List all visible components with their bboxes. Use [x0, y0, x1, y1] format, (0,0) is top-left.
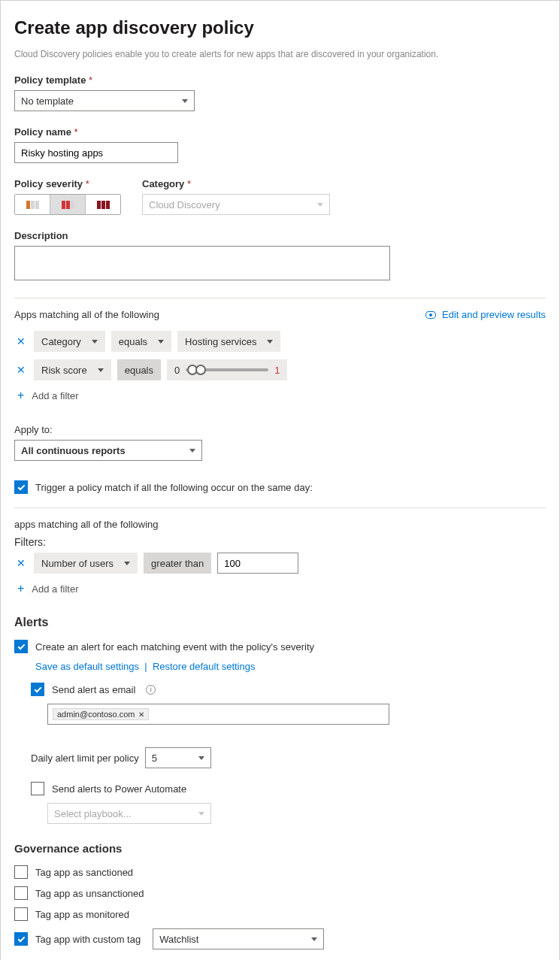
send-email-text: Send alert as email	[52, 684, 135, 695]
filters-label: Filters:	[14, 536, 546, 548]
power-automate-checkbox[interactable]	[31, 782, 44, 795]
daily-limit-label: Daily alert limit per policy	[31, 753, 139, 764]
filter-value-input[interactable]	[217, 553, 298, 574]
governance-heading: Governance actions	[14, 842, 546, 855]
playbook-placeholder: Select playbook...	[54, 808, 132, 819]
filter-field-dropdown[interactable]: Risk score	[34, 359, 111, 380]
apps-matching2-title: apps matching all of the following	[14, 519, 546, 530]
custom-tag-dropdown[interactable]: Watchlist	[153, 928, 324, 949]
severity-low[interactable]	[15, 195, 50, 214]
preview-link-text: Edit and preview results	[442, 309, 546, 320]
filter-field-text: Number of users	[41, 558, 114, 569]
eye-icon	[425, 311, 436, 319]
email-recipients-input[interactable]: admin@contoso.com ✕	[47, 704, 389, 725]
apply-to-dropdown[interactable]: All continuous reports	[14, 440, 202, 461]
slider-thumb[interactable]	[195, 365, 206, 375]
chevron-down-icon	[267, 340, 273, 344]
remove-filter-icon[interactable]: ✕	[14, 364, 28, 376]
filter-op-dropdown[interactable]: equals	[111, 331, 171, 352]
power-automate-text: Send alerts to Power Automate	[52, 783, 186, 795]
severity-selector	[14, 194, 121, 215]
divider	[14, 298, 546, 298]
custom-tag-value: Watchlist	[159, 934, 198, 945]
alerts-heading: Alerts	[14, 616, 546, 629]
description-input[interactable]	[14, 246, 390, 280]
tag-sanctioned-text: Tag app as sanctioned	[35, 867, 133, 878]
tag-sanctioned-checkbox[interactable]	[14, 865, 28, 879]
chevron-down-icon	[198, 812, 204, 816]
required-marker: *	[86, 178, 89, 189]
daily-limit-dropdown[interactable]: 5	[145, 747, 211, 768]
add-filter-text: Add a filter	[32, 583, 78, 595]
trigger-text: Trigger a policy match if all the follow…	[35, 482, 313, 493]
add-filter-button[interactable]: + Add a filter	[17, 583, 546, 595]
category-value: Cloud Discovery	[149, 199, 220, 210]
required-marker: *	[89, 74, 92, 86]
send-email-checkbox[interactable]	[31, 683, 44, 696]
page-subtitle: Cloud Discovery policies enable you to c…	[14, 49, 546, 59]
severity-high[interactable]	[86, 195, 120, 214]
filter-row: ✕ Risk score equals 0 1	[14, 359, 546, 380]
filter-field-dropdown[interactable]: Category	[34, 331, 105, 352]
filter-op[interactable]: greater than	[144, 553, 211, 574]
email-chip-text: admin@contoso.com	[57, 710, 135, 719]
filter-field-text: Risk score	[41, 365, 87, 376]
restore-defaults-link[interactable]: Restore default settings	[153, 661, 256, 672]
info-icon[interactable]: i	[146, 685, 156, 695]
tag-unsanctioned-checkbox[interactable]	[14, 886, 28, 900]
daily-limit-value: 5	[152, 753, 157, 764]
preview-results-link[interactable]: Edit and preview results	[425, 309, 546, 320]
severity-label: Policy severity	[14, 178, 83, 189]
chevron-down-icon	[182, 99, 188, 103]
filter-op[interactable]: equals	[117, 359, 161, 380]
tag-monitored-checkbox[interactable]	[14, 907, 28, 921]
add-filter-button[interactable]: + Add a filter	[17, 389, 546, 401]
remove-chip-icon[interactable]: ✕	[138, 710, 144, 719]
required-marker: *	[74, 126, 78, 138]
trigger-checkbox[interactable]	[14, 480, 28, 494]
filter-op-text: equals	[125, 365, 153, 376]
filter-value-text: Hosting services	[185, 336, 256, 347]
severity-medium[interactable]	[50, 195, 86, 214]
separator: |	[142, 661, 150, 672]
chevron-down-icon	[311, 937, 317, 941]
plus-icon: +	[17, 583, 27, 595]
chevron-down-icon	[317, 203, 323, 207]
filter-value-dropdown[interactable]: Hosting services	[177, 331, 280, 352]
apps-matching-title: Apps matching all of the following	[14, 309, 159, 320]
slider-max: 1	[274, 365, 280, 376]
create-alert-text: Create an alert for each matching event …	[35, 641, 314, 653]
required-marker: *	[187, 178, 191, 189]
apply-to-value: All continuous reports	[21, 445, 126, 456]
filter-field-dropdown[interactable]: Number of users	[34, 553, 138, 574]
policy-name-label: Policy name	[14, 126, 71, 138]
divider	[14, 507, 546, 508]
chevron-down-icon	[198, 756, 204, 760]
remove-filter-icon[interactable]: ✕	[14, 335, 28, 347]
tag-custom-checkbox[interactable]	[14, 932, 28, 946]
filter-field-text: Category	[41, 336, 81, 347]
remove-filter-icon[interactable]: ✕	[14, 557, 28, 569]
chevron-down-icon	[124, 562, 130, 565]
filter-row: ✕ Number of users greater than	[14, 553, 546, 574]
save-defaults-link[interactable]: Save as default settings	[35, 661, 139, 672]
policy-name-input[interactable]	[14, 142, 178, 163]
plus-icon: +	[17, 389, 27, 401]
email-chip: admin@contoso.com ✕	[53, 708, 149, 720]
risk-score-slider[interactable]: 0 1	[167, 359, 287, 380]
tag-unsanctioned-text: Tag app as unsanctioned	[35, 888, 144, 899]
apply-to-label: Apply to:	[14, 424, 546, 435]
tag-monitored-text: Tag app as monitored	[35, 909, 129, 920]
category-dropdown: Cloud Discovery	[142, 194, 330, 215]
tag-custom-text: Tag app with custom tag	[35, 934, 141, 945]
description-label: Description	[14, 230, 546, 241]
policy-template-value: No template	[21, 95, 74, 107]
policy-template-dropdown[interactable]: No template	[14, 90, 195, 111]
template-label: Policy template	[14, 74, 86, 86]
chevron-down-icon	[98, 368, 104, 372]
chevron-down-icon	[189, 449, 195, 453]
create-alert-checkbox[interactable]	[14, 640, 28, 653]
slider-min: 0	[174, 365, 180, 376]
playbook-dropdown: Select playbook...	[47, 803, 211, 824]
category-label: Category	[142, 178, 184, 189]
